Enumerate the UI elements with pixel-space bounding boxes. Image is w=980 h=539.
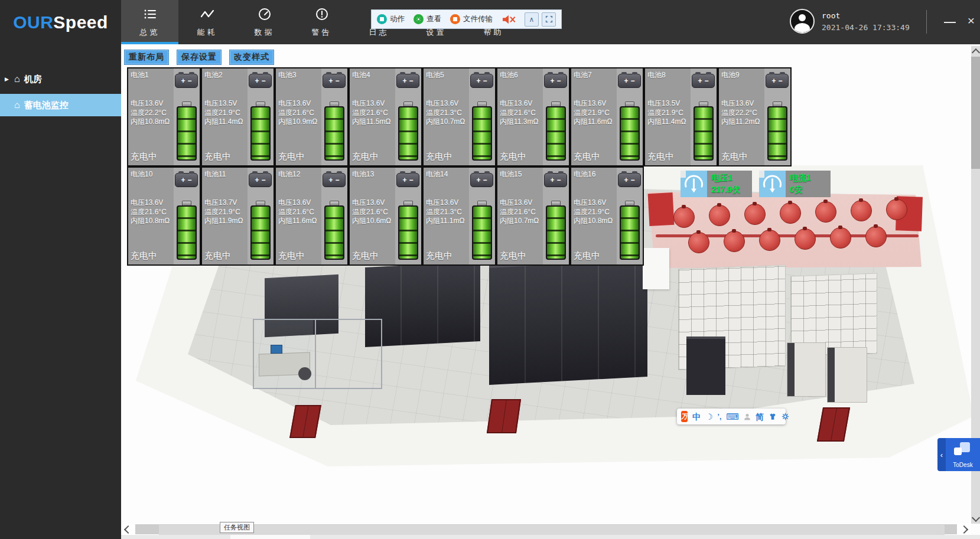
save-settings-button[interactable]: 保存设置 [177,50,222,65]
battery-terminal-icon: +− [618,173,641,187]
plus-sign: + [328,77,333,85]
battery-card[interactable]: 电池7+−电压13.6V温度21.9°C内阻11.6mΩ充电中 [570,67,644,166]
battery-card[interactable]: 电池12+−电压13.6V温度21.6°C内阻11.6mΩ充电中 [275,166,349,266]
minus-sign: − [188,77,192,85]
ime-logo-icon[interactable]: 万 [681,411,688,422]
sidebar-item-battery-monitor[interactable]: ⌂ 蓄电池监控 [0,94,121,116]
battery-cap [773,102,782,106]
scroll-left-button[interactable] [122,524,132,534]
scrollbar-track[interactable] [135,524,957,534]
plus-sign: + [550,77,554,85]
battery-name: 电池1 [131,70,149,80]
battery-resistance: 内阻11.4mΩ [647,117,692,127]
battery-body [472,106,492,161]
battery-card[interactable]: 电池8+−电压13.5V温度21.9°C内阻11.4mΩ充电中 [644,67,718,166]
battery-status: 充电中 [204,151,231,162]
mute-icon[interactable] [502,14,516,25]
battery-body [250,205,271,260]
tab-alerts[interactable]: 警告 [293,0,350,44]
battery-voltage: 电压13.6V [574,198,618,208]
battery-voltage: 电压13.5V [647,99,692,109]
voltage-meter-widget[interactable]: 电压1 217.9伏 [681,171,752,197]
gauge-icon [258,5,272,24]
meter-name: 电压1 [711,172,752,184]
minimize-button[interactable] [942,14,958,30]
battery-card[interactable]: 电池15+−电压13.6V温度21.6°C内阻10.7mΩ充电中 [496,166,570,266]
battery-voltage: 电压13.6V [352,198,397,208]
battery-level-icon [546,201,566,260]
battery-temperature: 温度21.9°C [574,208,618,217]
battery-card[interactable]: 电池3+−电压13.6V温度21.6°C内阻10.9mΩ充电中 [275,67,349,166]
relayout-button[interactable]: 重新布局 [124,50,169,65]
battery-card[interactable]: 电池2+−电压13.5V温度21.9°C内阻11.4mΩ充电中 [201,67,275,166]
tab-label: 警告 [312,27,332,38]
battery-readings: 电压13.6V温度21.6°C内阻11.3mΩ [500,99,545,127]
tab-overview[interactable]: 总览 [121,0,178,44]
fullscreen-button[interactable] [542,12,556,27]
scroll-down-button[interactable] [971,514,980,524]
todesk-widget[interactable]: ‹ ToDesk [937,438,980,471]
battery-cap [330,201,339,205]
skin-icon[interactable] [769,413,777,420]
battery-card[interactable]: 电池11+−电压13.7V温度21.9°C内阻11.9mΩ充电中 [201,166,275,266]
wall-pillar [643,248,669,289]
battery-terminal-icon: +− [470,173,493,187]
moon-icon[interactable]: ☽ [705,413,713,421]
battery-readings: 电压13.6V温度21.3°C内阻11.1mΩ [426,198,471,226]
toolbar-file-transfer[interactable]: 文件传输 [450,14,493,24]
close-button[interactable]: × [963,13,979,28]
battery-name: 电池13 [352,169,374,179]
keyboard-icon[interactable]: ⌨ [726,412,739,421]
toolbar-action-menu[interactable]: 动作 [377,14,405,24]
app-logo: OUR Speed [0,0,121,44]
battery-name: 电池9 [721,70,740,80]
voltmeter-icon [681,171,707,197]
fire-bottle [709,205,730,226]
person-icon[interactable] [744,413,751,420]
ime-simplified[interactable]: 简 [756,413,764,421]
user-avatar[interactable] [790,9,815,34]
battery-temperature: 温度21.6°C [352,208,397,217]
view-icon [414,14,424,24]
battery-card[interactable]: 电池10+−电压13.6V温度21.6°C内阻10.8mΩ充电中 [127,166,201,266]
gear-icon[interactable] [782,413,789,420]
scrollbar-thumb[interactable] [971,57,980,169]
battery-name: 电池14 [426,169,448,179]
todesk-collapse-tab[interactable]: ‹ [937,438,946,471]
tab-data[interactable]: 数据 [236,0,293,44]
battery-voltage: 电压13.7V [204,198,249,208]
collapse-toolbar-button[interactable]: ∧ [525,12,539,27]
battery-resistance: 内阻11.5mΩ [352,117,397,127]
battery-card[interactable]: 电池16+−电压13.6V温度21.9°C内阻10.8mΩ充电中 [570,166,644,266]
meter-name: 电流1 [790,172,831,184]
battery-readings: 电压13.6V温度21.6°C内阻11.5mΩ [352,99,397,127]
battery-terminal-icon: +− [249,74,272,88]
battery-card[interactable]: 电池9+−电压13.6V温度22.2°C内阻11.2mΩ充电中 [718,67,792,166]
scroll-up-button[interactable] [971,46,980,56]
battery-card[interactable]: 电池14+−电压13.6V温度21.3°C内阻11.1mΩ充电中 [422,166,496,266]
battery-level-icon [472,102,492,161]
battery-status: 充电中 [721,151,748,162]
sidebar-item-machine-room[interactable]: ▶ ⌂ 机房 [0,68,121,90]
plus-sign: + [624,176,628,184]
tab-energy[interactable]: 能耗 [178,0,236,44]
battery-terminal-icon: +− [323,173,346,187]
minus-sign: − [409,176,414,184]
battery-card[interactable]: 电池6+−电压13.6V温度21.6°C内阻11.3mΩ充电中 [496,67,570,166]
scrollbar-thumb[interactable] [159,525,945,535]
toolbar-view-menu[interactable]: 查看 [414,14,441,24]
battery-card[interactable]: 电池13+−电压13.6V温度21.6°C内阻10.6mΩ充电中 [349,166,422,266]
fire-bottle [673,207,695,228]
current-meter-widget[interactable]: 电流1 0安 [759,171,831,197]
battery-card[interactable]: 电池4+−电压13.6V温度21.6°C内阻11.5mΩ充电中 [349,67,422,166]
battery-card[interactable]: 电池5+−电压13.6V温度21.3°C内阻10.7mΩ充电中 [422,67,496,166]
battery-card[interactable]: 电池1+−电压13.6V温度22.2°C内阻10.8mΩ充电中 [127,67,201,166]
minus-sign: − [188,176,192,184]
ime-mode-chinese[interactable]: 中 [692,413,701,421]
battery-level-icon [250,102,271,161]
ime-language-bar: 万 中 ☽ ’, ⌨ 简 [677,409,786,424]
change-style-button[interactable]: 改变样式 [229,50,274,65]
battery-body [694,106,714,161]
ime-punctuation[interactable]: ’, [718,413,722,420]
scroll-right-button[interactable] [960,524,970,534]
